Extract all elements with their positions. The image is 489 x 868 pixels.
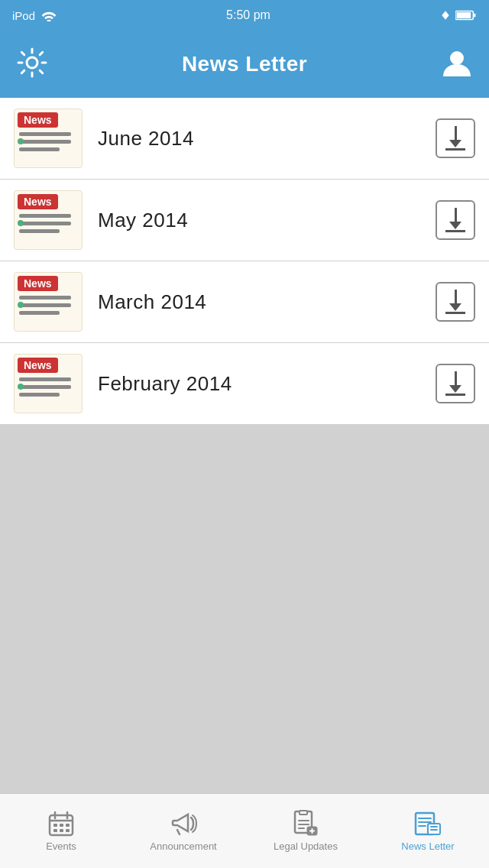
news-letter-icon	[414, 810, 442, 837]
news-line	[19, 140, 71, 144]
status-left: iPod	[12, 9, 57, 22]
tab-news-letter-label: News Letter	[401, 840, 454, 852]
news-badge: News	[18, 194, 58, 209]
download-button[interactable]	[436, 200, 475, 240]
download-arrow-icon	[445, 208, 465, 232]
download-button[interactable]	[436, 282, 475, 322]
events-icon	[47, 810, 75, 837]
news-lines	[15, 291, 82, 322]
svg-point-4	[450, 51, 464, 65]
news-badge: News	[18, 358, 58, 373]
item-label: March 2014	[83, 290, 436, 314]
download-arrow-icon	[445, 371, 465, 396]
tab-legal-updates[interactable]: Legal Updates	[244, 794, 367, 868]
legal-updates-icon	[292, 810, 319, 837]
news-dot	[18, 138, 24, 144]
profile-button[interactable]	[440, 46, 474, 83]
tab-announcement[interactable]: Announcement	[122, 794, 244, 868]
news-badge: News	[18, 276, 58, 291]
news-line	[19, 296, 71, 300]
news-dot	[18, 384, 24, 390]
empty-area	[0, 425, 489, 753]
list-item[interactable]: News May 2014	[0, 180, 489, 261]
news-thumbnail: News	[14, 190, 83, 250]
device-label: iPod	[12, 9, 35, 22]
svg-rect-12	[53, 829, 57, 832]
news-line	[19, 303, 71, 307]
news-dot	[18, 302, 24, 308]
status-right	[440, 9, 477, 21]
news-line	[19, 132, 71, 136]
svg-rect-11	[66, 824, 70, 827]
news-list: News June 2014 News	[0, 98, 489, 425]
download-button[interactable]	[436, 118, 475, 158]
item-label: May 2014	[83, 209, 436, 232]
wifi-icon	[41, 9, 57, 21]
news-dot	[18, 220, 24, 226]
status-bar: iPod 5:50 pm	[0, 0, 489, 31]
tab-bar: Events Announcement Legal Updates	[0, 793, 489, 868]
status-time: 5:50 pm	[226, 8, 270, 22]
news-line	[19, 377, 71, 381]
news-line	[19, 214, 71, 218]
tab-announcement-label: Announcement	[150, 840, 216, 852]
battery-icon	[455, 9, 477, 21]
news-line	[19, 393, 60, 397]
svg-rect-1	[457, 12, 471, 18]
download-arrow-icon	[445, 290, 465, 314]
svg-point-3	[27, 57, 37, 68]
settings-button[interactable]	[15, 46, 49, 83]
tab-events[interactable]: Events	[0, 794, 122, 868]
tab-events-label: Events	[46, 840, 76, 852]
list-item[interactable]: News June 2014	[0, 98, 489, 180]
news-thumbnail: News	[14, 272, 83, 332]
announcement-icon	[170, 810, 197, 837]
news-line	[19, 229, 60, 233]
svg-rect-14	[66, 829, 70, 832]
news-lines	[15, 128, 82, 158]
download-arrow-icon	[445, 126, 465, 151]
item-label: February 2014	[83, 372, 436, 396]
download-button[interactable]	[436, 364, 475, 403]
news-thumbnail: News	[14, 354, 83, 413]
news-lines	[15, 209, 82, 240]
list-item[interactable]: News March 2014	[0, 261, 489, 343]
news-badge: News	[18, 112, 58, 128]
svg-rect-9	[53, 824, 57, 827]
news-line	[19, 147, 60, 151]
news-lines	[15, 373, 82, 403]
news-line	[19, 385, 71, 389]
svg-rect-16	[300, 811, 307, 815]
list-item[interactable]: News February 2014	[0, 343, 489, 425]
nav-bar: News Letter	[0, 31, 489, 98]
svg-rect-13	[60, 829, 63, 832]
news-line	[19, 311, 60, 315]
tab-legal-updates-label: Legal Updates	[274, 840, 338, 852]
item-label: June 2014	[83, 127, 436, 151]
svg-rect-2	[473, 14, 475, 18]
page-title: News Letter	[182, 52, 307, 76]
location-icon	[440, 9, 451, 21]
news-thumbnail: News	[14, 108, 83, 168]
news-line	[19, 222, 71, 225]
svg-rect-10	[60, 824, 63, 827]
tab-news-letter[interactable]: News Letter	[367, 794, 489, 868]
